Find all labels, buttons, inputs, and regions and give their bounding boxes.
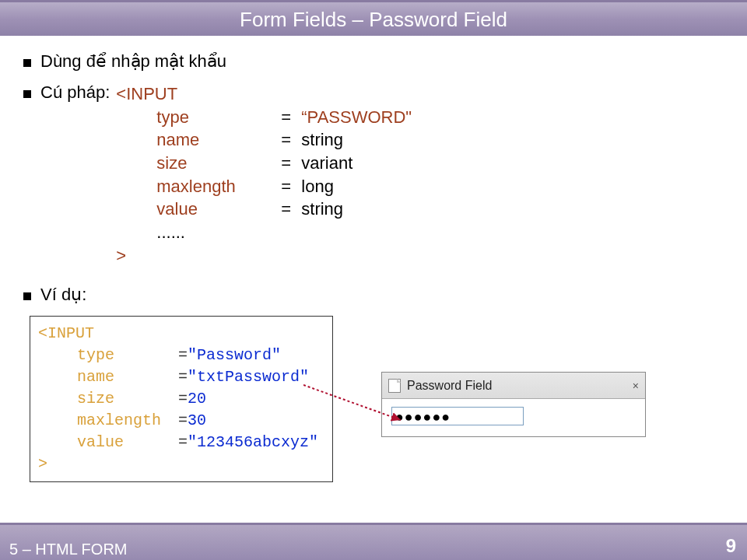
page-number: 9	[726, 535, 736, 557]
browser-tab-label: Password Field	[407, 379, 492, 393]
syntax-attr-name: name	[156, 128, 281, 152]
example-code-box: <INPUT type= "Password"name= "txtPasswor…	[30, 316, 333, 482]
syntax-attr-value: string	[301, 128, 343, 152]
example-attr-name: size	[77, 388, 178, 410]
syntax-attr-value: long	[301, 175, 334, 198]
syntax-attr-row: maxlength= long	[116, 175, 412, 198]
bullet-usage: Dùng để nhập mật khẩu	[23, 51, 724, 72]
browser-body: ●●●●●●	[382, 399, 645, 436]
syntax-attr-value: string	[301, 198, 343, 221]
slide-title: Form Fields – Password Field	[0, 0, 747, 36]
syntax-attr-row: value= string	[116, 198, 412, 221]
example-attr-name: name	[77, 366, 178, 388]
example-attr-row: size= 20	[38, 388, 324, 410]
syntax-attr-row: type= “PASSWORD"	[116, 106, 412, 129]
example-attr-name: value	[77, 432, 178, 453]
bullet-syntax: Cú pháp: <INPUT type= “PASSWORD"name= st…	[23, 82, 724, 268]
syntax-attr-name: maxlength	[156, 175, 281, 198]
slide-footer: 5 – HTML FORM 9	[0, 523, 747, 560]
password-input[interactable]: ●●●●●●	[391, 407, 524, 425]
browser-tab: Password Field ×	[382, 373, 645, 399]
example-attr-name: type	[77, 345, 178, 366]
syntax-attr-row: name= string	[116, 128, 412, 152]
syntax-attr-name: value	[156, 198, 281, 221]
syntax-attr-value: “PASSWORD"	[301, 106, 412, 129]
syntax-close-tag: >	[116, 246, 126, 265]
page-icon	[388, 379, 401, 393]
close-icon[interactable]: ×	[633, 380, 639, 392]
syntax-attr-value: variant	[301, 152, 352, 175]
example-attr-row: name= "txtPassword"	[38, 366, 324, 388]
example-attr-name: maxlength	[77, 410, 178, 432]
syntax-attr-name: size	[156, 152, 281, 175]
example-attr-value: "Password"	[188, 345, 281, 366]
example-attr-row: type= "Password"	[38, 345, 324, 366]
example-attr-value: 20	[188, 388, 206, 410]
syntax-dots: ......	[156, 221, 185, 244]
syntax-attr-row: size= variant	[116, 152, 412, 175]
footer-section-label: 5 – HTML FORM	[9, 541, 128, 558]
syntax-open-tag: <INPUT	[116, 84, 177, 103]
browser-preview: Password Field × ●●●●●●	[381, 372, 646, 437]
example-attr-value: "123456abcxyz"	[188, 432, 318, 453]
bullet-example: Ví dụ:	[23, 285, 724, 305]
bullet-usage-text: Dùng để nhập mật khẩu	[40, 51, 226, 72]
syntax-attr-name: type	[156, 106, 281, 129]
bullet-example-label: Ví dụ:	[40, 285, 86, 305]
example-attr-row: value= "123456abcxyz"	[38, 432, 324, 453]
example-close-tag: >	[38, 455, 47, 473]
example-attr-value: "txtPassword"	[188, 366, 309, 388]
bullet-marker-icon	[23, 90, 31, 98]
bullet-marker-icon	[23, 59, 31, 67]
example-open-tag: <INPUT	[38, 324, 94, 342]
syntax-code-block: <INPUT type= “PASSWORD"name= stringsize=…	[110, 82, 412, 268]
example-attr-value: 30	[188, 410, 206, 432]
example-attr-row: maxlength= 30	[38, 410, 324, 432]
bullet-marker-icon	[23, 292, 31, 300]
bullet-syntax-label: Cú pháp:	[40, 82, 110, 103]
